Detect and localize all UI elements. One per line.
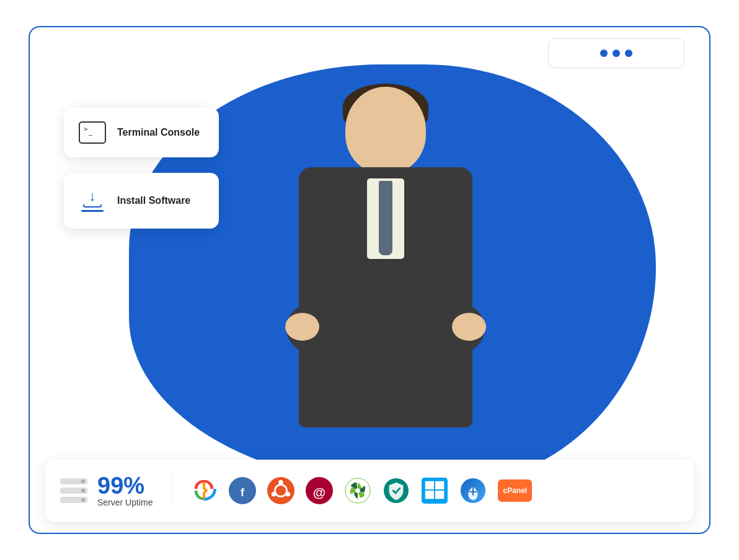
logo-windows bbox=[421, 477, 448, 504]
svg-point-11 bbox=[356, 488, 361, 493]
server-icon bbox=[60, 478, 87, 503]
server-row-1 bbox=[60, 478, 87, 484]
install-icon: ↓ bbox=[77, 186, 107, 216]
svg-rect-15 bbox=[435, 481, 444, 489]
server-row-2 bbox=[60, 488, 87, 494]
software-logos-section: f @ bbox=[172, 477, 679, 504]
svg-text:f: f bbox=[241, 486, 245, 499]
install-base-icon bbox=[81, 210, 104, 212]
install-card[interactable]: ↓ Install Software bbox=[64, 173, 219, 229]
dot-3 bbox=[625, 50, 632, 57]
uptime-section: 99% Server Uptime bbox=[60, 474, 172, 507]
install-tray-icon bbox=[83, 204, 102, 208]
logo-debian: @ bbox=[306, 477, 333, 504]
cpanel-text: cPanel bbox=[503, 486, 527, 495]
browser-top-bar bbox=[548, 38, 684, 68]
dot-2 bbox=[613, 50, 620, 57]
terminal-icon bbox=[77, 118, 107, 147]
person-hand-right bbox=[452, 313, 486, 341]
bottom-stats-bar: 99% Server Uptime f bbox=[45, 460, 694, 522]
svg-text:@: @ bbox=[313, 485, 325, 499]
terminal-box-icon bbox=[79, 121, 106, 144]
main-frame: Terminal Console ↓ Install Software 99% … bbox=[29, 26, 710, 534]
terminal-card-label: Terminal Console bbox=[117, 126, 200, 139]
server-row-3 bbox=[60, 497, 87, 503]
person-head bbox=[345, 87, 426, 173]
svg-point-5 bbox=[279, 480, 284, 485]
uptime-percent: 99% bbox=[97, 474, 153, 497]
logo-cpanel: cPanel bbox=[498, 479, 532, 502]
logo-opensuse bbox=[344, 477, 371, 504]
install-card-label: Install Software bbox=[117, 195, 190, 208]
logo-softaculous bbox=[459, 477, 487, 504]
install-icon-wrap: ↓ bbox=[81, 190, 104, 212]
svg-point-6 bbox=[286, 492, 291, 497]
person-hand-left bbox=[285, 313, 319, 341]
logo-ubuntu bbox=[267, 477, 294, 504]
svg-rect-14 bbox=[425, 481, 434, 489]
download-arrow-icon: ↓ bbox=[89, 190, 96, 203]
terminal-card[interactable]: Terminal Console bbox=[64, 108, 219, 157]
logo-fedora: f bbox=[229, 477, 256, 504]
person-tie bbox=[379, 181, 392, 255]
svg-point-7 bbox=[272, 492, 277, 497]
dot-1 bbox=[600, 50, 608, 57]
uptime-label: Server Uptime bbox=[97, 497, 153, 507]
svg-rect-16 bbox=[425, 491, 434, 499]
logo-clamav bbox=[383, 477, 410, 504]
uptime-text: 99% Server Uptime bbox=[97, 474, 153, 507]
svg-rect-17 bbox=[435, 491, 444, 499]
logo-joomla bbox=[190, 477, 218, 504]
